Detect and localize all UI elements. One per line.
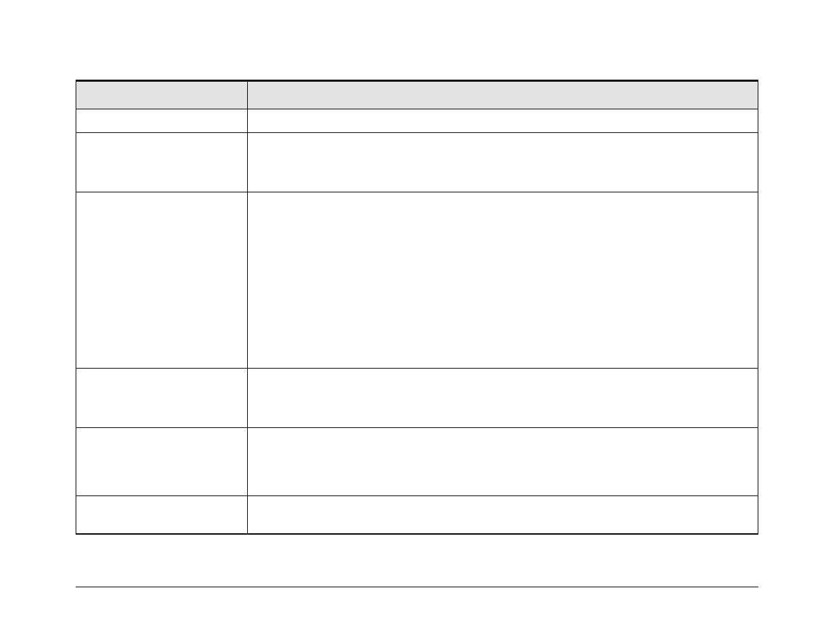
- table-cell: [247, 192, 758, 369]
- table-cell: [247, 496, 758, 534]
- table-cell: [247, 428, 758, 496]
- table-row: [76, 428, 758, 496]
- table-cell: [76, 369, 248, 428]
- table-cell: [76, 109, 248, 133]
- table-cell: [76, 133, 248, 192]
- table-cell: [76, 192, 248, 369]
- footer-rule: [76, 587, 758, 587]
- table-header-cell: [247, 82, 758, 109]
- table-row: [76, 109, 758, 133]
- table-row: [76, 192, 758, 369]
- table-cell: [247, 133, 758, 192]
- document-page: [0, 0, 834, 644]
- table-row: [76, 133, 758, 192]
- data-table: [76, 80, 758, 535]
- table-row: [76, 369, 758, 428]
- table-cell: [247, 109, 758, 133]
- table-cell: [76, 428, 248, 496]
- table-cell: [247, 369, 758, 428]
- table-row: [76, 496, 758, 534]
- table-header-row: [76, 82, 758, 109]
- table-cell: [76, 496, 248, 534]
- table-header-cell: [76, 82, 248, 109]
